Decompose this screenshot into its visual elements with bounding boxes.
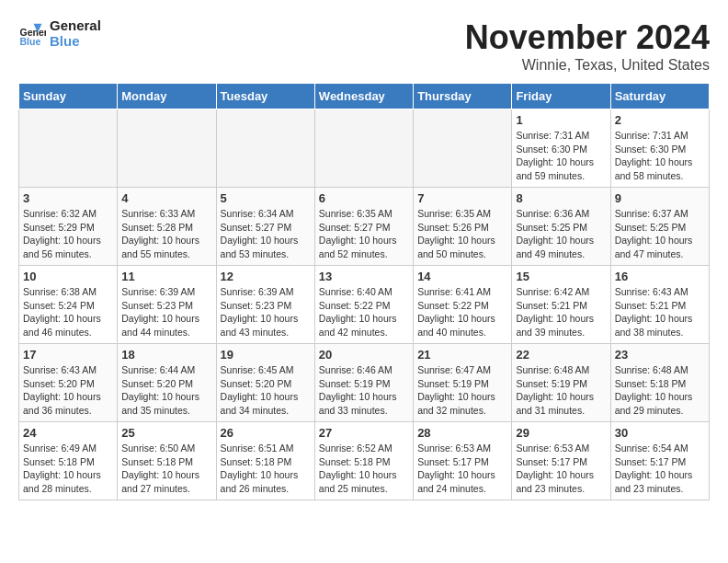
day-info: Sunrise: 6:40 AM Sunset: 5:22 PM Dayligh…	[319, 285, 409, 339]
day-info: Sunrise: 6:54 AM Sunset: 5:17 PM Dayligh…	[615, 442, 705, 496]
week-row-3: 10Sunrise: 6:38 AM Sunset: 5:24 PM Dayli…	[19, 266, 710, 344]
day-info: Sunrise: 6:52 AM Sunset: 5:18 PM Dayligh…	[319, 442, 409, 496]
weekday-header-monday: Monday	[118, 84, 216, 109]
calendar-cell: 26Sunrise: 6:51 AM Sunset: 5:18 PM Dayli…	[216, 422, 314, 500]
calendar-cell	[216, 109, 314, 188]
calendar-cell: 28Sunrise: 6:53 AM Sunset: 5:17 PM Dayli…	[414, 422, 512, 500]
day-number: 18	[121, 348, 211, 362]
day-info: Sunrise: 6:49 AM Sunset: 5:18 PM Dayligh…	[23, 442, 113, 496]
day-info: Sunrise: 6:53 AM Sunset: 5:17 PM Dayligh…	[516, 442, 606, 496]
day-info: Sunrise: 6:42 AM Sunset: 5:21 PM Dayligh…	[516, 285, 606, 339]
day-info: Sunrise: 6:33 AM Sunset: 5:28 PM Dayligh…	[121, 207, 211, 261]
day-info: Sunrise: 6:50 AM Sunset: 5:18 PM Dayligh…	[121, 442, 211, 496]
day-number: 24	[23, 426, 113, 440]
day-number: 12	[221, 270, 311, 283]
day-number: 28	[417, 426, 507, 440]
day-info: Sunrise: 6:35 AM Sunset: 5:27 PM Dayligh…	[319, 207, 409, 261]
logo-text-general: General	[50, 18, 101, 34]
weekday-header-tuesday: Tuesday	[216, 84, 314, 109]
day-number: 8	[516, 191, 606, 205]
day-number: 5	[221, 191, 311, 205]
day-number: 19	[221, 348, 311, 362]
weekday-header-wednesday: Wednesday	[314, 84, 413, 109]
calendar-cell: 19Sunrise: 6:45 AM Sunset: 5:20 PM Dayli…	[216, 344, 314, 422]
day-number: 6	[319, 191, 409, 205]
calendar-cell: 15Sunrise: 6:42 AM Sunset: 5:21 PM Dayli…	[512, 266, 610, 344]
calendar-cell: 22Sunrise: 6:48 AM Sunset: 5:19 PM Dayli…	[512, 344, 610, 422]
calendar-cell: 23Sunrise: 6:48 AM Sunset: 5:18 PM Dayli…	[610, 344, 709, 422]
day-info: Sunrise: 6:51 AM Sunset: 5:18 PM Dayligh…	[221, 442, 311, 496]
day-number: 7	[417, 191, 507, 205]
day-info: Sunrise: 6:43 AM Sunset: 5:20 PM Dayligh…	[23, 363, 113, 418]
svg-text:Blue: Blue	[20, 36, 41, 47]
calendar-cell	[314, 109, 413, 188]
weekday-header-row: SundayMondayTuesdayWednesdayThursdayFrid…	[19, 84, 710, 109]
week-row-5: 24Sunrise: 6:49 AM Sunset: 5:18 PM Dayli…	[19, 422, 710, 500]
calendar-cell: 10Sunrise: 6:38 AM Sunset: 5:24 PM Dayli…	[19, 266, 118, 344]
day-number: 2	[615, 113, 705, 127]
calendar-cell	[19, 109, 118, 188]
calendar-cell: 25Sunrise: 6:50 AM Sunset: 5:18 PM Dayli…	[118, 422, 216, 500]
day-info: Sunrise: 6:41 AM Sunset: 5:22 PM Dayligh…	[417, 285, 507, 339]
day-number: 1	[516, 113, 606, 127]
calendar-cell: 5Sunrise: 6:34 AM Sunset: 5:27 PM Daylig…	[216, 188, 314, 266]
logo: General Blue General Blue	[18, 18, 101, 49]
day-number: 30	[615, 426, 705, 440]
calendar-cell: 18Sunrise: 6:44 AM Sunset: 5:20 PM Dayli…	[118, 344, 216, 422]
calendar-cell: 7Sunrise: 6:35 AM Sunset: 5:26 PM Daylig…	[414, 188, 512, 266]
calendar-cell: 6Sunrise: 6:35 AM Sunset: 5:27 PM Daylig…	[314, 188, 413, 266]
day-info: Sunrise: 6:36 AM Sunset: 5:25 PM Dayligh…	[516, 207, 606, 261]
day-info: Sunrise: 6:48 AM Sunset: 5:19 PM Dayligh…	[516, 363, 606, 418]
day-info: Sunrise: 6:34 AM Sunset: 5:27 PM Dayligh…	[221, 207, 311, 261]
day-info: Sunrise: 6:32 AM Sunset: 5:29 PM Dayligh…	[23, 207, 113, 261]
day-number: 29	[516, 426, 606, 440]
page-header: General Blue General Blue November 2024 …	[18, 18, 710, 74]
day-info: Sunrise: 6:37 AM Sunset: 5:25 PM Dayligh…	[615, 207, 705, 261]
title-area: November 2024 Winnie, Texas, United Stat…	[465, 18, 710, 74]
calendar-cell: 8Sunrise: 6:36 AM Sunset: 5:25 PM Daylig…	[512, 188, 610, 266]
calendar-cell: 16Sunrise: 6:43 AM Sunset: 5:21 PM Dayli…	[610, 266, 709, 344]
day-info: Sunrise: 6:35 AM Sunset: 5:26 PM Dayligh…	[417, 207, 507, 261]
calendar-cell: 12Sunrise: 6:39 AM Sunset: 5:23 PM Dayli…	[216, 266, 314, 344]
location-subtitle: Winnie, Texas, United States	[465, 57, 710, 74]
day-number: 26	[221, 426, 311, 440]
logo-icon: General Blue	[18, 20, 46, 48]
day-number: 16	[615, 270, 705, 283]
calendar-cell: 13Sunrise: 6:40 AM Sunset: 5:22 PM Dayli…	[314, 266, 413, 344]
calendar-cell: 27Sunrise: 6:52 AM Sunset: 5:18 PM Dayli…	[314, 422, 413, 500]
day-number: 14	[417, 270, 507, 283]
weekday-header-thursday: Thursday	[414, 84, 512, 109]
calendar-cell: 2Sunrise: 7:31 AM Sunset: 6:30 PM Daylig…	[610, 109, 709, 188]
calendar-cell: 11Sunrise: 6:39 AM Sunset: 5:23 PM Dayli…	[118, 266, 216, 344]
calendar-cell: 4Sunrise: 6:33 AM Sunset: 5:28 PM Daylig…	[118, 188, 216, 266]
calendar-cell: 17Sunrise: 6:43 AM Sunset: 5:20 PM Dayli…	[19, 344, 118, 422]
weekday-header-sunday: Sunday	[19, 84, 118, 109]
calendar-cell	[118, 109, 216, 188]
week-row-1: 1Sunrise: 7:31 AM Sunset: 6:30 PM Daylig…	[19, 109, 710, 188]
day-info: Sunrise: 6:44 AM Sunset: 5:20 PM Dayligh…	[121, 363, 211, 418]
day-number: 11	[121, 270, 211, 283]
day-info: Sunrise: 6:45 AM Sunset: 5:20 PM Dayligh…	[221, 363, 311, 418]
calendar-cell: 20Sunrise: 6:46 AM Sunset: 5:19 PM Dayli…	[314, 344, 413, 422]
day-number: 27	[319, 426, 409, 440]
day-number: 3	[23, 191, 113, 205]
day-number: 21	[417, 348, 507, 362]
month-title: November 2024	[465, 18, 710, 57]
day-number: 17	[23, 348, 113, 362]
calendar-cell: 14Sunrise: 6:41 AM Sunset: 5:22 PM Dayli…	[414, 266, 512, 344]
day-info: Sunrise: 6:39 AM Sunset: 5:23 PM Dayligh…	[121, 285, 211, 339]
week-row-2: 3Sunrise: 6:32 AM Sunset: 5:29 PM Daylig…	[19, 188, 710, 266]
day-number: 23	[615, 348, 705, 362]
day-info: Sunrise: 7:31 AM Sunset: 6:30 PM Dayligh…	[615, 129, 705, 183]
calendar-cell: 30Sunrise: 6:54 AM Sunset: 5:17 PM Dayli…	[610, 422, 709, 500]
week-row-4: 17Sunrise: 6:43 AM Sunset: 5:20 PM Dayli…	[19, 344, 710, 422]
calendar-table: SundayMondayTuesdayWednesdayThursdayFrid…	[18, 83, 710, 500]
day-number: 20	[319, 348, 409, 362]
day-number: 13	[319, 270, 409, 283]
day-number: 15	[516, 270, 606, 283]
day-number: 4	[121, 191, 211, 205]
calendar-cell: 21Sunrise: 6:47 AM Sunset: 5:19 PM Dayli…	[414, 344, 512, 422]
calendar-cell: 9Sunrise: 6:37 AM Sunset: 5:25 PM Daylig…	[610, 188, 709, 266]
calendar-cell: 1Sunrise: 7:31 AM Sunset: 6:30 PM Daylig…	[512, 109, 610, 188]
day-info: Sunrise: 6:39 AM Sunset: 5:23 PM Dayligh…	[221, 285, 311, 339]
